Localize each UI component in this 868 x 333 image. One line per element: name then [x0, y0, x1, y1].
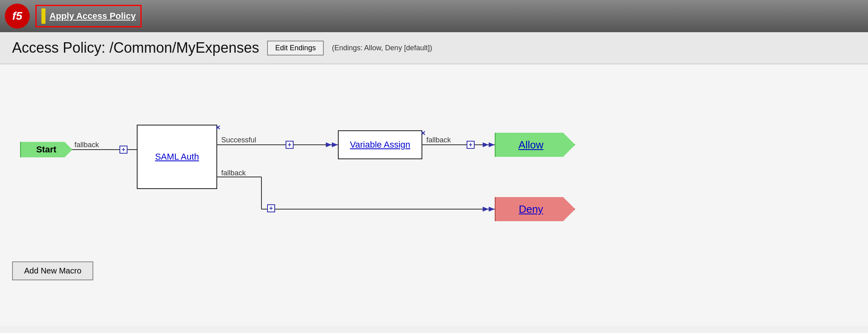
- main-content: Start fallback + SAML Auth ✕ Successful …: [0, 64, 868, 326]
- saml-fallback-label: fallback: [221, 169, 246, 177]
- svg-marker-11: [483, 207, 489, 212]
- saml-auth-close-button[interactable]: ✕: [214, 124, 221, 131]
- f5-logo: f5: [5, 4, 30, 29]
- top-bar: f5 Apply Access Policy: [0, 0, 868, 32]
- saml-auth-link[interactable]: SAML Auth: [155, 152, 199, 162]
- successful-label: Successful: [221, 136, 256, 144]
- svg-marker-6: [483, 142, 489, 147]
- apply-policy-container[interactable]: Apply Access Policy: [35, 5, 142, 27]
- edit-endings-button[interactable]: Edit Endings: [267, 41, 324, 56]
- variable-assign-close-button[interactable]: ✕: [419, 130, 426, 137]
- plus-button-start[interactable]: +: [119, 146, 128, 154]
- svg-marker-3: [326, 142, 332, 147]
- plus-button-deny[interactable]: +: [267, 204, 275, 212]
- add-new-macro-button[interactable]: Add New Macro: [12, 261, 93, 280]
- svg-marker-5: [489, 142, 495, 147]
- variable-assign-link[interactable]: Variable Assign: [350, 140, 410, 150]
- plus-button-successful[interactable]: +: [286, 141, 294, 149]
- page-title-bar: Access Policy: /Common/MyExpenses Edit E…: [0, 32, 868, 64]
- plus-button-variable[interactable]: +: [467, 141, 475, 149]
- deny-link[interactable]: Deny: [519, 203, 543, 216]
- deny-node[interactable]: Deny: [495, 189, 575, 229]
- allow-node[interactable]: Allow: [495, 125, 575, 165]
- start-node: Start: [20, 137, 72, 162]
- apply-policy-button[interactable]: Apply Access Policy: [49, 11, 136, 21]
- yellow-indicator: [41, 8, 45, 24]
- variable-assign-node[interactable]: Variable Assign: [338, 130, 422, 159]
- start-fallback-label: fallback: [74, 141, 99, 149]
- variable-fallback-label: fallback: [426, 136, 451, 144]
- flow-diagram: Start fallback + SAML Auth ✕ Successful …: [12, 84, 856, 253]
- allow-link[interactable]: Allow: [518, 139, 543, 151]
- svg-marker-2: [332, 142, 338, 147]
- page-title: Access Policy: /Common/MyExpenses: [12, 39, 259, 56]
- saml-auth-node[interactable]: SAML Auth: [137, 125, 217, 189]
- svg-marker-10: [489, 207, 495, 212]
- endings-info: (Endings: Allow, Deny [default]): [332, 44, 432, 52]
